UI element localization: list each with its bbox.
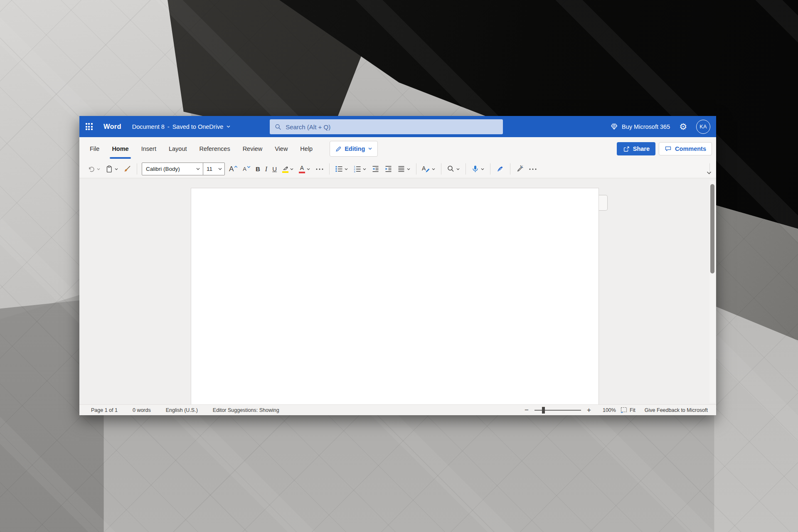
waffle-icon — [86, 123, 93, 130]
save-status: Saved to OneDrive — [172, 123, 224, 130]
caret-up-icon — [234, 165, 238, 168]
highlight-button[interactable] — [279, 163, 296, 176]
fit-icon — [620, 407, 627, 413]
chevron-down-icon — [218, 167, 222, 171]
tab-insert[interactable]: Insert — [140, 137, 157, 160]
search-box[interactable] — [270, 119, 503, 134]
status-bar: Page 1 of 1 0 words English (U.S.) Edito… — [79, 404, 716, 415]
undo-button[interactable] — [85, 163, 103, 176]
zoom-slider[interactable] — [534, 406, 581, 414]
editing-mode-dropdown[interactable]: Editing — [330, 141, 378, 157]
zoom-slider-track — [534, 410, 581, 411]
editor-button[interactable] — [493, 163, 507, 176]
account-avatar[interactable]: KA — [696, 120, 710, 134]
font-size-select[interactable]: 11 — [203, 163, 224, 175]
zoom-out-button[interactable]: − — [522, 406, 531, 414]
app-launcher-button[interactable] — [79, 116, 99, 137]
comment-card-tab[interactable] — [599, 195, 608, 211]
buy-microsoft-365-button[interactable]: Buy Microsoft 365 — [610, 123, 670, 131]
shrink-font-button[interactable]: A — [240, 163, 253, 176]
word-window: Word Document 8 - Saved to OneDrive Buy … — [79, 116, 716, 415]
status-bar-left: Page 1 of 1 0 words English (U.S.) Edito… — [91, 407, 279, 413]
search-icon — [275, 123, 281, 131]
chevron-down-icon — [96, 167, 101, 171]
scrollbar-track[interactable] — [709, 181, 715, 403]
toolbar-separator — [441, 163, 441, 175]
paste-button[interactable] — [103, 163, 121, 176]
decrease-indent-button[interactable] — [369, 163, 382, 176]
document-title-menu[interactable]: Document 8 - Saved to OneDrive — [132, 123, 231, 130]
tab-view[interactable]: View — [274, 137, 288, 160]
share-label: Share — [633, 145, 650, 152]
language-status[interactable]: English (U.S.) — [166, 407, 198, 413]
format-painter-icon — [123, 165, 131, 173]
underline-letter: U — [272, 166, 277, 172]
feedback-link[interactable]: Give Feedback to Microsoft — [645, 407, 708, 413]
diamond-icon — [610, 123, 618, 131]
tab-file[interactable]: File — [89, 137, 100, 160]
numbering-button[interactable]: 1 2 3 — [351, 163, 369, 176]
more-commands-button[interactable] — [526, 163, 539, 176]
zoom-level[interactable]: 100% — [603, 407, 616, 413]
comments-button[interactable]: Comments — [659, 142, 712, 155]
find-icon — [447, 165, 455, 173]
highlight-color-bar — [282, 171, 288, 173]
highlighter-icon — [282, 165, 288, 170]
word-count-status[interactable]: 0 words — [133, 407, 151, 413]
font-combo: Calibri (Body) 11 — [142, 163, 225, 175]
tab-layout[interactable]: Layout — [168, 137, 188, 160]
bullets-button[interactable] — [332, 163, 351, 176]
zoom-slider-thumb[interactable] — [542, 407, 545, 414]
bulleted-list-icon — [335, 165, 343, 173]
align-button[interactable] — [395, 163, 413, 176]
share-button[interactable]: Share — [617, 142, 655, 155]
find-button[interactable] — [444, 163, 463, 176]
status-bar-right: − + 100% Fit Give Feedback to Microsoft — [522, 406, 708, 414]
collapse-ribbon-button[interactable] — [706, 170, 712, 176]
chevron-down-icon — [344, 167, 348, 171]
underline-button[interactable]: U — [270, 163, 279, 176]
font-color-bar — [299, 172, 305, 173]
page-count-status[interactable]: Page 1 of 1 — [91, 407, 118, 413]
dictate-button[interactable] — [469, 163, 487, 176]
settings-button[interactable]: ⚙ — [679, 122, 687, 131]
font-color-button[interactable]: A — [296, 163, 313, 176]
increase-indent-button[interactable] — [382, 163, 395, 176]
undo-icon — [88, 165, 95, 173]
chevron-down-icon — [706, 170, 712, 176]
chevron-down-icon — [368, 146, 372, 151]
gear-icon: ⚙ — [679, 122, 687, 131]
shrink-font-letter: A — [243, 166, 246, 172]
font-name-select[interactable]: Calibri (Body) — [142, 163, 203, 175]
styles-button[interactable]: A — [419, 163, 438, 176]
document-page[interactable] — [191, 188, 599, 404]
tab-review[interactable]: Review — [242, 137, 264, 160]
tab-help[interactable]: Help — [299, 137, 313, 160]
italic-button[interactable]: I — [263, 163, 270, 176]
microphone-icon — [471, 165, 479, 173]
comments-label: Comments — [675, 145, 706, 152]
chevron-down-icon — [362, 167, 367, 171]
fit-label: Fit — [630, 407, 635, 413]
numbered-list-icon: 1 2 3 — [353, 165, 361, 173]
search-input[interactable] — [286, 123, 498, 131]
bold-button[interactable]: B — [253, 163, 263, 176]
fit-button[interactable]: Fit — [620, 407, 635, 413]
zoom-in-button[interactable]: + — [584, 406, 594, 414]
title-separator: - — [167, 123, 170, 130]
font-color-letter: A — [300, 165, 304, 171]
more-font-options-button[interactable] — [313, 163, 326, 176]
editing-label: Editing — [345, 145, 365, 152]
format-painter-button[interactable] — [121, 163, 134, 176]
italic-letter: I — [265, 166, 267, 172]
scrollbar-thumb[interactable] — [710, 184, 714, 273]
magic-wand-button[interactable] — [513, 163, 526, 176]
grow-font-button[interactable]: A — [227, 163, 240, 176]
tab-home[interactable]: Home — [111, 137, 129, 160]
editor-suggestions-status[interactable]: Editor Suggestions: Showing — [213, 407, 279, 413]
align-icon — [397, 165, 405, 173]
tab-references[interactable]: References — [198, 137, 231, 160]
grow-font-letter: A — [229, 165, 234, 172]
comment-icon — [665, 145, 672, 152]
menu-bar-right: Share Comments — [617, 137, 714, 160]
